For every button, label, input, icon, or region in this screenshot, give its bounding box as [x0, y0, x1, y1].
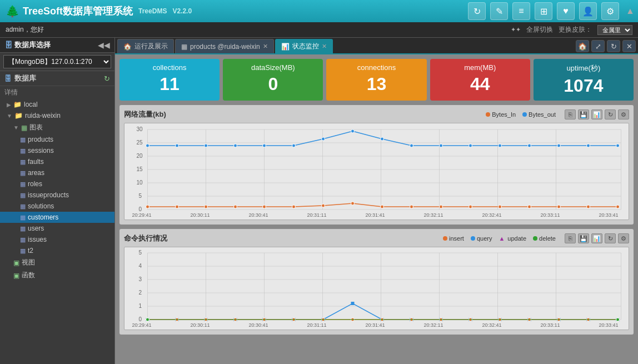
- admin-greeting: admin，您好: [6, 25, 44, 34]
- network-copy-btn[interactable]: ⎘: [565, 109, 576, 119]
- svg-text:4: 4: [139, 263, 142, 269]
- svg-point-52: [205, 205, 208, 208]
- network-config-btn[interactable]: ⚙: [618, 109, 629, 119]
- legend-query: query: [471, 235, 492, 242]
- sidebar-item-issueproducts[interactable]: ▦ issueproducts: [0, 190, 114, 201]
- sidebar-refresh-btn[interactable]: ↻: [104, 74, 110, 83]
- network-bar-btn[interactable]: 📊: [591, 109, 602, 119]
- tab-refresh-btn[interactable]: ↻: [607, 40, 620, 52]
- stat-datasize: dataSize(MB) 0: [223, 59, 323, 101]
- stat-mem-value: 44: [437, 74, 524, 94]
- sidebar-item-users[interactable]: ▦ users: [0, 223, 114, 234]
- sidebar-item-customers[interactable]: ▦ customers: [0, 212, 114, 223]
- tab-monitor-close[interactable]: ✕: [322, 43, 327, 50]
- svg-text:20:33:41: 20:33:41: [599, 212, 619, 218]
- sidebar-item-local[interactable]: ▶ 📁 local: [0, 99, 114, 110]
- user-title-btn[interactable]: 👤: [579, 2, 597, 20]
- sidebar-item-solutions[interactable]: ▦ solutions: [0, 201, 114, 212]
- svg-text:20:33:11: 20:33:11: [541, 212, 560, 218]
- tab-products-label: products @ruida-weixin: [190, 43, 260, 51]
- app-logo: 🌲 TreeSoft数据库管理系统 TreeDMS V2.2.0: [6, 4, 192, 18]
- app-name: TreeSoft数据库管理系统: [23, 4, 133, 18]
- db-select[interactable]: 【MongoDB】127.0.0.1:270: [3, 55, 111, 68]
- legend-query-label: query: [477, 235, 492, 242]
- svg-point-37: [263, 144, 266, 147]
- command-copy-btn[interactable]: ⎘: [565, 233, 576, 243]
- legend-bytes-out-label: Bytes_out: [529, 111, 556, 118]
- list-title-btn[interactable]: ≡: [512, 2, 530, 20]
- sidebar-item-tables-group[interactable]: ▼ ▦ 图表: [0, 121, 114, 134]
- svg-point-61: [469, 205, 472, 208]
- tab-monitor-label: 状态监控: [292, 42, 319, 51]
- command-refresh-btn[interactable]: ↻: [605, 233, 616, 243]
- svg-point-62: [499, 205, 502, 208]
- svg-point-60: [440, 205, 443, 208]
- tab-products[interactable]: ▦ products @ruida-weixin ✕: [175, 39, 274, 53]
- refresh-title-btn[interactable]: ↻: [468, 2, 486, 20]
- heart-title-btn[interactable]: ♥: [557, 2, 575, 20]
- tab-expand-btn[interactable]: ⤢: [591, 40, 605, 52]
- roles-table-icon: ▦: [20, 181, 26, 188]
- legend-insert-label: insert: [449, 235, 464, 242]
- sidebar: 🗄 数据库选择 ◀◀ 【MongoDB】127.0.0.1:270 🗄 数据库 …: [0, 38, 115, 364]
- skin-label: 更换皮肤：: [559, 25, 592, 34]
- issues-table-icon: ▦: [20, 236, 26, 243]
- stat-datasize-label: dataSize(MB): [230, 63, 316, 72]
- sidebar-item-t2[interactable]: ▦ t2: [0, 245, 114, 256]
- legend-delete-label: delete: [539, 235, 556, 242]
- network-chart-header: 网络流量(kb) Bytes_In Bytes_out: [124, 109, 629, 119]
- sidebar-item-products[interactable]: ▦ products: [0, 134, 114, 145]
- local-arrow: ▶: [7, 102, 11, 108]
- sidebar-item-roles[interactable]: ▦ roles: [0, 178, 114, 190]
- tab-monitor[interactable]: 📊 状态监控 ✕: [275, 39, 333, 53]
- sessions-label: sessions: [28, 147, 54, 154]
- svg-point-36: [234, 144, 237, 147]
- legend-bytes-out: Bytes_out: [522, 111, 556, 118]
- sidebar-item-areas[interactable]: ▦ areas: [0, 167, 114, 178]
- ruida-arrow: ▼: [7, 113, 12, 119]
- main-layout: 🗄 数据库选择 ◀◀ 【MongoDB】127.0.0.1:270 🗄 数据库 …: [0, 38, 638, 364]
- tab-products-close[interactable]: ✕: [263, 43, 268, 50]
- command-chart-svg: 0 1 2 3 4 5: [124, 247, 629, 328]
- fullscreen-toggle[interactable]: 全屏切换: [526, 25, 553, 34]
- svg-text:15: 15: [137, 166, 143, 172]
- network-refresh-btn[interactable]: ↻: [605, 109, 616, 119]
- svg-text:0: 0: [139, 206, 142, 212]
- stat-connections: connections 13: [326, 59, 426, 101]
- legend-update: ▲ update: [499, 235, 526, 242]
- skin-selector[interactable]: 金属里 默认: [597, 25, 632, 35]
- tab-run-display[interactable]: 🏠 运行及展示: [117, 39, 174, 53]
- sidebar-item-funcs-group[interactable]: ▣ 函数: [0, 269, 114, 282]
- edit-title-btn[interactable]: ✎: [490, 2, 508, 20]
- settings-title-btn[interactable]: ⚙: [601, 2, 619, 20]
- legend-update-triangle: ▲: [499, 235, 505, 242]
- sidebar-item-ruida-weixin[interactable]: ▼ 📁 ruida-weixin: [0, 110, 114, 121]
- stat-connections-label: connections: [333, 63, 420, 72]
- users-label: users: [28, 225, 44, 232]
- svg-text:30: 30: [137, 126, 143, 132]
- svg-point-38: [292, 144, 296, 147]
- sidebar-item-issues[interactable]: ▦ issues: [0, 234, 114, 245]
- svg-point-54: [263, 205, 266, 208]
- network-chart-title: 网络流量(kb): [124, 109, 166, 119]
- tab-home-btn[interactable]: 🏠: [576, 40, 589, 52]
- grid-title-btn[interactable]: ⊞: [535, 2, 552, 20]
- stat-uptime-label: uptime(秒): [540, 63, 627, 73]
- users-table-icon: ▦: [20, 225, 26, 232]
- funcs-group-icon: ▣: [13, 272, 19, 280]
- tab-close-all-btn[interactable]: ✕: [622, 40, 636, 52]
- sidebar-item-faults[interactable]: ▦ faults: [0, 156, 114, 167]
- command-bar-btn[interactable]: 📊: [591, 233, 602, 243]
- svg-point-44: [469, 144, 472, 147]
- sidebar-item-sessions[interactable]: ▦ sessions: [0, 145, 114, 156]
- local-label: local: [24, 101, 38, 108]
- sidebar-collapse-btn[interactable]: ◀◀: [98, 41, 110, 49]
- sidebar-item-views-group[interactable]: ▣ 视图: [0, 256, 114, 269]
- svg-text:20: 20: [137, 153, 143, 159]
- svg-point-40: [351, 129, 355, 133]
- command-config-btn[interactable]: ⚙: [618, 233, 629, 243]
- command-save-btn[interactable]: 💾: [578, 233, 589, 243]
- legend-bytes-out-dot: [522, 112, 527, 117]
- minimize-btn[interactable]: ▲: [626, 6, 632, 16]
- network-save-btn[interactable]: 💾: [578, 109, 589, 119]
